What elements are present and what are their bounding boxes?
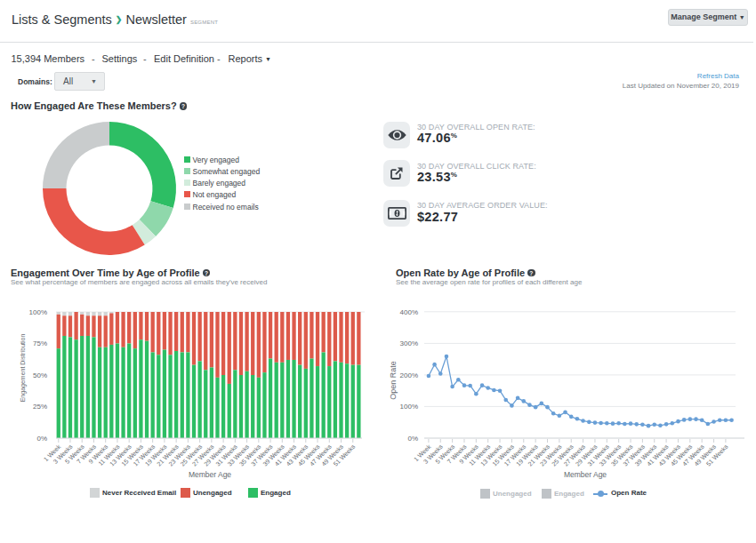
- svg-text:100%: 100%: [400, 403, 418, 411]
- svg-text:400%: 400%: [400, 308, 418, 316]
- svg-text:200%: 200%: [400, 371, 418, 379]
- svg-text:300%: 300%: [400, 339, 418, 347]
- svg-text:Member Age: Member Age: [564, 470, 607, 479]
- svg-text:0%: 0%: [407, 435, 418, 443]
- svg-text:Open Rate: Open Rate: [389, 361, 398, 400]
